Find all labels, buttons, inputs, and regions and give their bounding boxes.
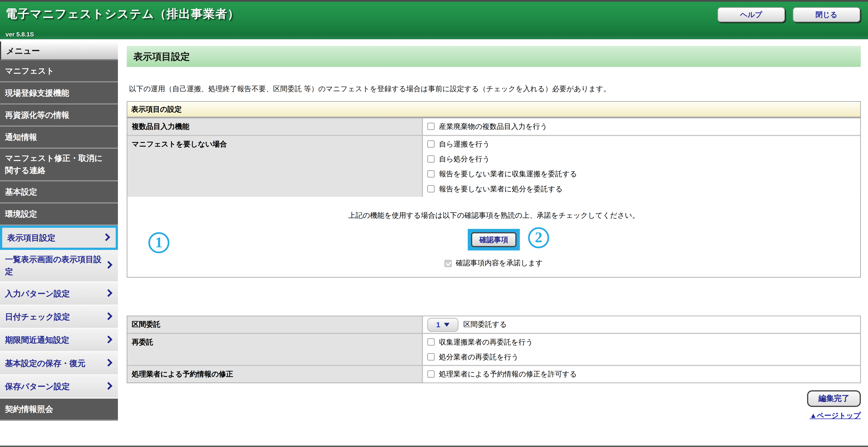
row-value: 1 区間委託する bbox=[423, 316, 860, 333]
table-row: 複数品目入力機能 産業廃棄物の複数品目入力を行う bbox=[127, 118, 860, 135]
table-row: 処理業者による予約情報の修正 処理業者による予約情報の修正を許可する bbox=[127, 365, 860, 383]
sidebar-item-label: 日付チェック設定 bbox=[5, 311, 70, 323]
sidebar-item-manifest-correction[interactable]: マニフェスト修正・取消に関する連絡 bbox=[0, 149, 118, 181]
sidebar-item-manifest[interactable]: マニフェスト bbox=[0, 60, 118, 82]
confirmation-instruction: 上記の機能を使用する場合は以下の確認事項を熟読の上、承諾をチェックしてください。 bbox=[127, 211, 860, 220]
checkbox-icon[interactable] bbox=[428, 170, 435, 177]
header-top-strip bbox=[0, 0, 868, 2]
checkbox-label: 報告を要しない業者に収集運搬を委託する bbox=[439, 169, 577, 179]
sidebar-item-label: 契約情報照会 bbox=[5, 403, 53, 415]
consent-checkbox-checked-disabled bbox=[445, 260, 452, 267]
sidebar-item-display-item-settings[interactable]: 表示項目設定 bbox=[0, 226, 118, 250]
chevron-right-icon bbox=[102, 233, 111, 241]
checkbox-icon[interactable] bbox=[428, 370, 435, 378]
chevron-right-icon bbox=[104, 289, 113, 297]
confirmation-items-button[interactable]: 確認事項 bbox=[471, 232, 517, 247]
sidebar-item-label: 現場登録支援機能 bbox=[5, 87, 69, 99]
consent-label: 確認事項内容を承諾します bbox=[456, 258, 543, 268]
checkbox-option[interactable]: 自ら処分を行う bbox=[428, 151, 856, 166]
checkbox-label: 報告を要しない業者に処分を委託する bbox=[439, 184, 563, 194]
close-button[interactable]: 閉じる bbox=[793, 7, 860, 22]
sidebar-item-date-check-settings[interactable]: 日付チェック設定 bbox=[0, 306, 118, 329]
sidebar-item-list-display-settings[interactable]: 一覧表示画面の表示項目設定 bbox=[0, 250, 118, 282]
chevron-right-icon bbox=[104, 261, 113, 269]
sidebar-item-label: 環境設定 bbox=[5, 208, 37, 220]
edit-complete-button[interactable]: 編集完了 bbox=[807, 390, 861, 407]
sidebar-item-label: 保存パターン設定 bbox=[5, 380, 70, 392]
checkbox-option[interactable]: 処分業者の再委託を行う bbox=[428, 349, 856, 364]
annotation-highlight-rect: 確認事項 bbox=[468, 229, 520, 250]
sidebar-item-label: 表示項目設定 bbox=[7, 231, 55, 244]
checkbox-icon[interactable] bbox=[428, 338, 435, 346]
display-items-settings-box: 表示項目の設定 複数品目入力機能 産業廃棄物の複数品目入力を行う マニフェストを… bbox=[127, 101, 861, 278]
checkbox-option[interactable]: 報告を要しない業者に処分を委託する bbox=[428, 181, 856, 196]
checkbox-option[interactable]: 産業廃棄物の複数品目入力を行う bbox=[428, 119, 856, 134]
checkbox-icon[interactable] bbox=[428, 353, 435, 360]
checkbox-option[interactable]: 処理業者による予約情報の修正を許可する bbox=[428, 367, 856, 381]
table-row: マニフェストを要しない場合 自ら運搬を行う 自ら処分を行う 報告を要しない bbox=[127, 135, 860, 197]
checkbox-option[interactable]: 収集運搬業者の再委託を行う bbox=[428, 335, 856, 349]
checkbox-icon[interactable] bbox=[428, 140, 435, 147]
confirmation-button-row: 確認事項 2 bbox=[127, 229, 860, 253]
chevron-right-icon bbox=[104, 336, 113, 343]
sidebar-item-deadline-notification-settings[interactable]: 期限間近通知設定 bbox=[0, 329, 118, 352]
app-title: 電子マニフェストシステム（排出事業者） bbox=[6, 6, 240, 22]
row-label: 処理業者による予約情報の修正 bbox=[127, 366, 423, 383]
row-label: 複数品目入力機能 bbox=[127, 118, 423, 135]
checkbox-icon[interactable] bbox=[428, 155, 435, 163]
table-row: 区間委託 1 区間委託する bbox=[127, 316, 860, 333]
sidebar-item-environment-settings[interactable]: 環境設定 bbox=[0, 203, 118, 226]
sidebar-item-label: 期限間近通知設定 bbox=[5, 334, 69, 346]
select-caption: 区間委託する bbox=[463, 319, 507, 330]
page-title: 表示項目設定 bbox=[127, 46, 861, 67]
checkbox-option[interactable]: 自ら運搬を行う bbox=[428, 137, 856, 151]
app-header: 電子マニフェストシステム（排出事業者） ver 5.8.1S ヘルプ 閉じる bbox=[0, 0, 868, 39]
checkbox-label: 処理業者による予約情報の修正を許可する bbox=[439, 369, 577, 379]
checkbox-label: 自ら運搬を行う bbox=[439, 139, 490, 149]
page-top-link[interactable]: ▲ページトップ bbox=[810, 411, 861, 421]
checkbox-label: 産業廃棄物の複数品目入力を行う bbox=[439, 122, 547, 131]
sidebar-menu-title: メニュー bbox=[0, 41, 118, 60]
sidebar-item-label: 再資源化等の情報 bbox=[5, 109, 69, 121]
section-count-select[interactable]: 1 bbox=[428, 317, 458, 332]
consent-row: 確認事項内容を承諾します bbox=[127, 258, 860, 268]
row-value: 処理業者による予約情報の修正を許可する bbox=[423, 366, 860, 383]
content-area: 表示項目設定 以下の運用（自己運搬、処理終了報告不要、区間委託 等）のマニフェス… bbox=[118, 41, 868, 421]
checkbox-option[interactable]: 報告を要しない業者に収集運搬を委託する bbox=[428, 166, 856, 181]
select-value: 1 bbox=[436, 320, 440, 329]
app-window: 電子マニフェストシステム（排出事業者） ver 5.8.1S ヘルプ 閉じる メ… bbox=[0, 0, 868, 447]
row-label: マニフェストを要しない場合 bbox=[127, 136, 423, 197]
footer-actions: 編集完了 ▲ページトップ bbox=[127, 390, 861, 421]
sidebar-item-contract-info[interactable]: 契約情報照会 bbox=[0, 399, 118, 421]
sidebar-item-label: マニフェスト修正・取消に関する連絡 bbox=[5, 152, 106, 177]
header-buttons: ヘルプ 閉じる bbox=[717, 7, 860, 22]
sidebar-item-label: 入力パターン設定 bbox=[5, 287, 70, 300]
chevron-right-icon bbox=[104, 312, 113, 320]
checkbox-icon[interactable] bbox=[428, 123, 435, 130]
checkbox-icon[interactable] bbox=[428, 185, 435, 193]
sidebar-item-settings-backup-restore[interactable]: 基本設定の保存・復元 bbox=[0, 352, 118, 375]
chevron-right-icon bbox=[104, 382, 113, 390]
row-label: 区間委託 bbox=[127, 316, 423, 333]
sidebar-item-notifications[interactable]: 通知情報 bbox=[0, 127, 118, 149]
sidebar-item-basic-settings[interactable]: 基本設定 bbox=[0, 181, 118, 203]
sidebar-item-label: 通知情報 bbox=[5, 131, 37, 143]
help-button[interactable]: ヘルプ bbox=[717, 7, 785, 22]
annotation-callout-1-icon: 1 bbox=[148, 232, 169, 253]
page-description: 以下の運用（自己運搬、処理終了報告不要、区間委託 等）のマニフェストを登録する場… bbox=[129, 84, 861, 94]
sidebar-item-site-registration[interactable]: 現場登録支援機能 bbox=[0, 82, 118, 104]
sidebar-item-label: 基本設定 bbox=[5, 185, 37, 198]
sidebar-item-save-pattern-settings[interactable]: 保存パターン設定 bbox=[0, 375, 118, 399]
row-value: 収集運搬業者の再委託を行う 処分業者の再委託を行う bbox=[423, 334, 860, 365]
chevron-right-icon bbox=[104, 359, 113, 367]
checkbox-label: 収集運搬業者の再委託を行う bbox=[439, 337, 533, 347]
dropdown-arrow-icon bbox=[444, 322, 450, 326]
sidebar-item-label: 基本設定の保存・復元 bbox=[5, 357, 86, 369]
delegation-settings-box: 区間委託 1 区間委託する 再委託 収集運搬業者の再委託を bbox=[127, 316, 861, 383]
row-label: 再委託 bbox=[127, 334, 423, 365]
sidebar-item-recycling-info[interactable]: 再資源化等の情報 bbox=[0, 104, 118, 127]
app-version: ver 5.8.1S bbox=[6, 31, 34, 37]
row-value: 産業廃棄物の複数品目入力を行う bbox=[423, 118, 860, 135]
sidebar-item-input-pattern-settings[interactable]: 入力パターン設定 bbox=[0, 282, 118, 306]
row-value: 自ら運搬を行う 自ら処分を行う 報告を要しない業者に収集運搬を委託する bbox=[423, 136, 860, 197]
